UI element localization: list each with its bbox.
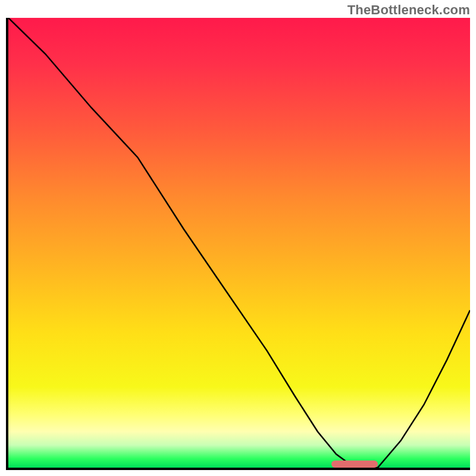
- bottleneck-curve: [8, 18, 470, 468]
- plot-axes: [6, 18, 470, 470]
- optimal-range-marker: [331, 461, 378, 468]
- chart-frame: TheBottleneck.com: [0, 0, 476, 476]
- plot-area: [8, 18, 470, 468]
- watermark-text: TheBottleneck.com: [347, 2, 470, 18]
